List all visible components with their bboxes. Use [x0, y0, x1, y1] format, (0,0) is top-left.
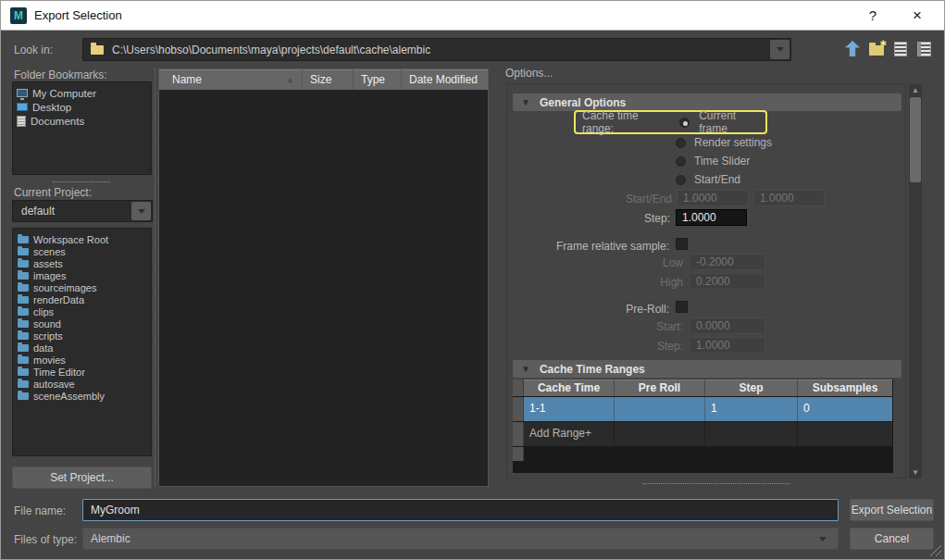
radio-row-time-slider[interactable]: Time Slider: [676, 155, 750, 168]
add-range-cell[interactable]: Add Range+: [524, 422, 615, 446]
options-splitter-handle[interactable]: [643, 483, 790, 484]
cache-time-range-highlight: Cache time range: Current frame: [574, 110, 767, 134]
radio-current-frame[interactable]: [679, 118, 690, 128]
folder-label: autosave: [33, 379, 75, 390]
cell-step[interactable]: 1: [705, 397, 798, 421]
folder-icon: [18, 308, 29, 316]
project-folder-item[interactable]: scripts: [18, 330, 151, 342]
radio-render-settings[interactable]: [676, 138, 686, 148]
folder-label: Time Editor: [33, 367, 85, 378]
pre-roll-step-label: Step:: [498, 338, 683, 355]
section-title: Cache Time Ranges: [540, 363, 645, 376]
path-text: C:\Users\hobso\Documents\maya\projects\d…: [112, 44, 430, 56]
radio-time-slider[interactable]: [676, 156, 686, 167]
table-cell[interactable]: [705, 422, 798, 446]
project-folder-item[interactable]: assets: [18, 257, 151, 269]
computer-icon: [17, 89, 28, 97]
col-pre-roll[interactable]: Pre Roll: [615, 380, 705, 396]
table-cell[interactable]: [798, 422, 892, 446]
list-view-icon[interactable]: [894, 42, 907, 56]
high-field: 0.2000: [690, 273, 765, 290]
cache-time-range-label: Cache time range:: [582, 109, 670, 135]
project-folder-item[interactable]: sourceimages: [18, 281, 151, 293]
table-row-selected[interactable]: 1-1 1 0: [513, 397, 893, 421]
current-project-label: Current Project:: [14, 186, 92, 199]
row-gutter[interactable]: [513, 422, 524, 446]
radio-start-end[interactable]: [676, 175, 686, 185]
project-folder-item[interactable]: Time Editor: [18, 366, 151, 378]
project-folder-item[interactable]: data: [18, 342, 151, 354]
bookmark-label: My Computer: [32, 88, 96, 99]
up-one-level-icon[interactable]: [845, 41, 860, 56]
cell-pre-roll[interactable]: [615, 397, 705, 421]
frame-relative-sample-checkbox[interactable]: [676, 238, 688, 250]
folder-label: data: [33, 342, 53, 354]
bookmark-item-desktop[interactable]: Desktop: [17, 100, 151, 114]
file-name-input[interactable]: [82, 499, 839, 521]
folder-icon: [18, 284, 29, 292]
path-dropdown-button[interactable]: [770, 40, 790, 59]
step-field[interactable]: 1.0000: [676, 209, 747, 226]
folder-bookmarks-panel: My Computer Desktop Documents: [12, 81, 152, 175]
project-folder-item[interactable]: scenes: [18, 245, 151, 257]
panel-splitter[interactable]: [155, 68, 155, 487]
project-folder-item[interactable]: autosave: [18, 378, 151, 390]
options-label: Options...: [505, 67, 553, 80]
close-button[interactable]: ×: [901, 1, 933, 31]
low-label: Low: [498, 255, 683, 271]
radio-row-start-end[interactable]: Start/End: [676, 173, 740, 186]
scroll-up-icon[interactable]: ▲: [909, 84, 922, 96]
column-header-date-modified[interactable]: Date Modified: [402, 69, 488, 90]
set-project-button[interactable]: Set Project...: [12, 467, 152, 489]
scrollbar-thumb[interactable]: [910, 97, 921, 182]
path-combo[interactable]: C:\Users\hobso\Documents\maya\projects\d…: [82, 38, 791, 61]
chevron-down-icon: [777, 47, 784, 52]
project-folder-item[interactable]: Workspace Root: [18, 233, 151, 245]
col-cache-time[interactable]: Cache Time: [524, 380, 615, 396]
project-folder-item[interactable]: movies: [18, 354, 151, 366]
files-of-type-dropdown[interactable]: Alembic: [82, 528, 839, 550]
column-label: Type: [361, 73, 385, 86]
pre-roll-checkbox[interactable]: [676, 301, 688, 313]
look-in-label: Look in:: [14, 44, 53, 56]
column-header-size[interactable]: Size: [303, 69, 354, 90]
project-folder-item[interactable]: clips: [18, 305, 151, 317]
sort-ascending-icon: ▲: [286, 69, 294, 90]
files-of-type-label: Files of type:: [14, 533, 77, 546]
cell-subsamples[interactable]: 0: [798, 397, 892, 421]
help-button[interactable]: ?: [857, 1, 889, 31]
folder-label: sceneAssembly: [33, 391, 105, 402]
cell-cache-time[interactable]: 1-1: [524, 397, 615, 421]
left-splitter-handle[interactable]: [53, 181, 110, 182]
project-folder-item[interactable]: sound: [18, 317, 151, 330]
col-subsamples[interactable]: Subsamples: [798, 380, 892, 396]
new-folder-icon[interactable]: [869, 45, 884, 56]
radio-label: Time Slider: [694, 155, 750, 168]
radio-row-render-settings[interactable]: Render settings: [676, 136, 772, 149]
table-row-add-range[interactable]: Add Range+: [513, 422, 893, 446]
bookmark-item-documents[interactable]: Documents: [17, 114, 151, 128]
options-scrollbar[interactable]: ▲ ▼: [909, 84, 922, 479]
project-folder-item[interactable]: sceneAssembly: [18, 390, 151, 402]
table-cell[interactable]: [615, 422, 705, 446]
col-step[interactable]: Step: [705, 380, 798, 396]
file-list-panel: Name ▲ Size Type Date Modified: [158, 68, 489, 487]
project-folder-item[interactable]: images: [18, 269, 151, 281]
dropdown-arrow-button[interactable]: [131, 202, 151, 220]
current-project-dropdown[interactable]: default: [12, 200, 153, 222]
start-field: 1.0000: [677, 190, 749, 206]
row-gutter[interactable]: [513, 397, 524, 421]
detail-view-icon[interactable]: [917, 42, 931, 56]
column-header-type[interactable]: Type: [354, 69, 402, 90]
project-folder-item[interactable]: renderData: [18, 293, 151, 305]
column-header-name[interactable]: Name ▲: [159, 69, 303, 90]
scroll-down-icon[interactable]: ▼: [909, 467, 922, 479]
folder-icon: [18, 272, 29, 280]
chevron-down-icon: [819, 537, 827, 541]
folder-icon: [18, 248, 29, 255]
start-end-label: Start/End: [487, 191, 672, 207]
export-selection-button[interactable]: Export Selection: [850, 499, 934, 521]
bookmark-item-my-computer[interactable]: My Computer: [17, 86, 151, 100]
cache-time-ranges-header[interactable]: ▼ Cache Time Ranges: [513, 360, 901, 378]
cancel-button[interactable]: Cancel: [850, 528, 934, 550]
